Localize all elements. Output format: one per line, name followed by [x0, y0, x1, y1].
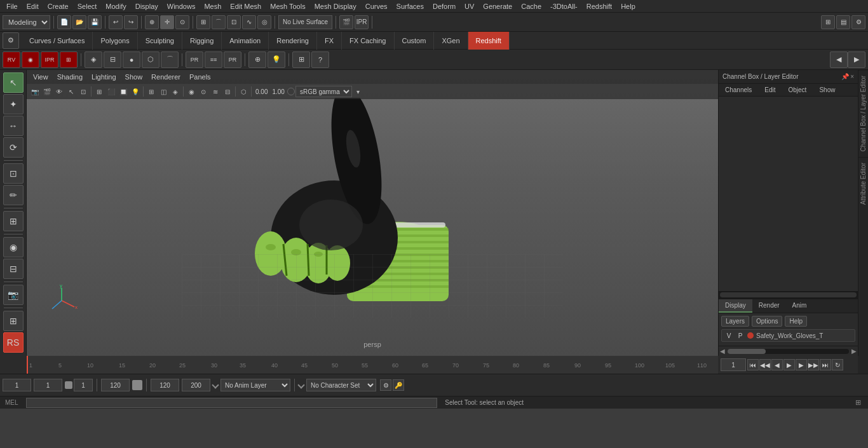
vp-sel-icon[interactable]: ↖ [65, 86, 77, 97]
channels-tab[interactable]: Channels [719, 84, 758, 96]
layout-btn[interactable]: ⊞ [821, 15, 835, 29]
move-tool-btn[interactable]: ↔ [3, 116, 24, 136]
menu-3dtoll[interactable]: -3DtoAll- [546, 1, 581, 11]
select-tool-btn[interactable]: ↖ [3, 72, 24, 93]
color-profile-select[interactable]: sRGB gamma [295, 86, 352, 97]
options-sub-btn[interactable]: Options [752, 316, 782, 327]
script-input[interactable] [26, 398, 438, 408]
rs-icon-1[interactable]: RV [3, 51, 20, 68]
tab-xgen[interactable]: XGen [434, 32, 468, 50]
char-set-left-arrow[interactable] [297, 381, 304, 388]
vp-wire-icon[interactable]: ⊞ [93, 86, 105, 97]
play-btn[interactable]: ▶ [783, 359, 795, 370]
save-scene-btn[interactable]: 💾 [88, 15, 102, 29]
vp-tex-icon[interactable]: 🔲 [118, 86, 129, 97]
tab-redshift[interactable]: Redshift [468, 32, 510, 50]
anim-end-input[interactable] [182, 379, 210, 391]
vp-snap-icon[interactable]: ⊡ [78, 86, 89, 97]
vp-iso-icon[interactable]: ◈ [170, 86, 181, 97]
shelf-settings-btn[interactable]: ⚙ [3, 32, 19, 49]
edit-tab[interactable]: Edit [758, 84, 782, 96]
vp-film-icon[interactable]: 🎬 [41, 86, 53, 97]
menu-windows[interactable]: Windows [163, 1, 200, 11]
menu-mesh-tools[interactable]: Mesh Tools [266, 1, 309, 11]
menu-redshift[interactable]: Redshift [583, 1, 616, 11]
menu-file[interactable]: File [3, 1, 22, 11]
tab-polygons[interactable]: Polygons [93, 32, 137, 50]
vp-aa-icon[interactable]: ◉ [186, 86, 197, 97]
rs-mat4-icon[interactable]: ? [311, 51, 329, 68]
tab-rigging[interactable]: Rigging [182, 32, 222, 50]
tab-rendering[interactable]: Rendering [269, 32, 317, 50]
vp-solid-icon[interactable]: ⬛ [105, 86, 117, 97]
rs-logo-btn[interactable]: RS [3, 332, 24, 353]
renderer-menu[interactable]: Renderer [147, 72, 184, 82]
vp-grid-icon[interactable]: ⊞ [146, 86, 157, 97]
rs-icon-log[interactable]: ⊞ [60, 51, 78, 68]
vp-cam-icon[interactable]: 📷 [29, 86, 41, 97]
rs-icon-ipr[interactable]: IPR [41, 51, 58, 68]
vp-res-icon[interactable]: ⬡ [238, 86, 249, 97]
next-frame-btn[interactable]: ▶ [796, 359, 807, 370]
bc-settings-btn[interactable]: ⚙ [380, 379, 391, 391]
redo-btn[interactable]: ↪ [124, 15, 138, 29]
vp-mo-icon[interactable]: ≋ [210, 86, 221, 97]
layers-sub-btn[interactable]: Layers [721, 316, 749, 327]
render-layer-tab[interactable]: Render [752, 299, 786, 313]
shelf-arrow-right[interactable]: ▶ [848, 51, 865, 68]
tab-custom[interactable]: Custom [395, 32, 435, 50]
next-key-btn[interactable]: ▶▶ [808, 359, 819, 370]
view-menu[interactable]: View [29, 72, 52, 82]
tab-animation[interactable]: Animation [222, 32, 269, 50]
panel-pin-btn[interactable]: 📌 [841, 73, 849, 80]
lighting-menu[interactable]: Lighting [88, 72, 120, 82]
rs-pr3-icon[interactable]: PR [224, 51, 241, 68]
menu-cache[interactable]: Cache [517, 1, 545, 11]
settings-btn[interactable]: ⚙ [851, 15, 865, 29]
layer-row-glove[interactable]: V P Safety_Work_Gloves_T [721, 329, 855, 342]
rs-icon-2[interactable]: ◉ [22, 51, 39, 68]
object-tab[interactable]: Object [782, 84, 813, 96]
lasso-tool-btn[interactable]: ⊡ [3, 163, 24, 184]
menu-uv[interactable]: UV [461, 1, 478, 11]
layer-p-btn[interactable]: P [736, 331, 745, 340]
vp-dof-icon[interactable]: ⊙ [198, 86, 209, 97]
snap-curve-btn[interactable]: ⌒ [212, 15, 226, 29]
menu-generate[interactable]: Generate [479, 1, 516, 11]
paint-tool-btn[interactable]: ✏ [3, 185, 24, 205]
menu-edit[interactable]: Edit [23, 1, 43, 11]
grid-toggle-icon[interactable]: ⊞ [853, 398, 863, 408]
anim-layer-select[interactable]: No Anim Layer [220, 379, 290, 391]
loop-btn[interactable]: ↻ [832, 359, 843, 370]
menu-modify[interactable]: Modify [102, 1, 130, 11]
timeline-ruler[interactable]: 1 5 10 15 20 25 30 35 40 45 50 55 60 65 … [27, 356, 718, 374]
attribute-editor-label[interactable]: Attribute Editor [858, 157, 868, 210]
panel-close-btn[interactable]: × [850, 73, 854, 80]
panels-menu[interactable]: Panels [186, 72, 215, 82]
rs-sphere-icon[interactable]: ● [123, 51, 140, 68]
tab-curves-surfaces[interactable]: Curves / Surfaces [22, 32, 93, 50]
goto-start-btn[interactable]: ⏮ [747, 359, 759, 370]
snap-btn[interactable]: ⊞ [3, 211, 24, 231]
menu-help[interactable]: Help [617, 1, 639, 11]
menu-surfaces[interactable]: Surfaces [393, 1, 428, 11]
move-btn[interactable]: ✛ [160, 15, 174, 29]
menu-select[interactable]: Select [74, 1, 101, 11]
frame-current-left-input[interactable] [34, 379, 62, 391]
channel-box-label[interactable]: Channel Box / Layer Editor [858, 70, 868, 157]
vp-eye-icon[interactable]: 👁 [53, 86, 65, 97]
layer-scroll-right[interactable]: ▶ [851, 348, 857, 355]
shelf-arrow-left[interactable]: ◀ [830, 51, 848, 68]
shading-menu[interactable]: Shading [53, 72, 86, 82]
workspace-dropdown[interactable]: Modeling [3, 15, 50, 29]
menu-curves[interactable]: Curves [362, 1, 391, 11]
tab-fx-caching[interactable]: FX Caching [342, 32, 394, 50]
rotate-btn[interactable]: ⊙ [175, 15, 189, 29]
rs-light-icon[interactable]: 💡 [268, 51, 285, 68]
layer-scroll-left[interactable]: ◀ [720, 348, 725, 355]
menu-edit-mesh[interactable]: Edit Mesh [226, 1, 265, 11]
select-btn[interactable]: ⊕ [145, 15, 159, 29]
rs-mat-icon[interactable]: ◈ [85, 51, 102, 68]
rs-mat2-icon[interactable]: ⊟ [104, 51, 121, 68]
prev-frame-btn[interactable]: ◀ [771, 359, 783, 370]
